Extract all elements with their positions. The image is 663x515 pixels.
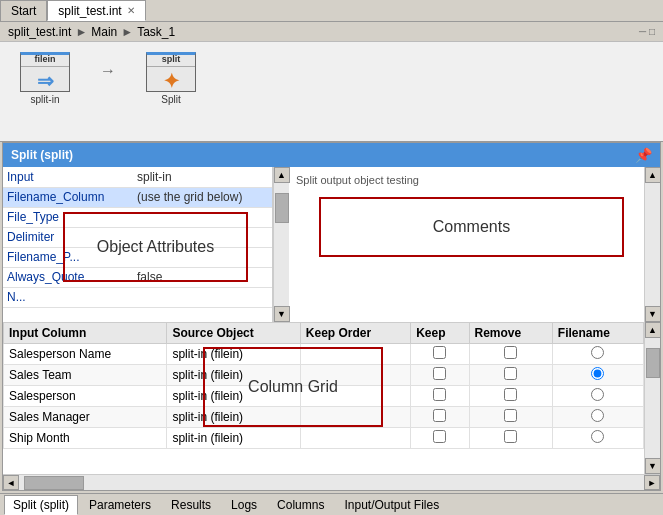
scroll-track[interactable] [274,183,289,306]
comments-scrollbar[interactable]: ▲ ▼ [644,167,660,322]
bottom-tab-parameters-label: Parameters [89,498,151,512]
comments-scroll-up-btn[interactable]: ▲ [645,167,661,183]
grid-cell-filename-0[interactable] [552,344,643,365]
breadcrumb: split_test.int ► Main ► Task_1 ─ □ [0,22,663,42]
grid-cell-keeporder-4[interactable] [300,428,410,449]
node-split-box[interactable]: split ✦ [146,52,196,92]
filename-radio-3[interactable] [591,409,604,422]
col-header-source: Source Object [167,323,300,344]
grid-scrollbar[interactable]: ▲ ▼ [644,322,660,474]
grid-scroll-track[interactable] [645,338,660,458]
keep-checkbox-0[interactable] [433,346,446,359]
filename-radio-1[interactable] [591,367,604,380]
bottom-tab-io-files[interactable]: Input/Output Files [335,495,448,515]
h-scroll-track[interactable] [19,475,644,490]
breadcrumb-part-1: split_test.int [8,25,71,39]
panel-header: Split (split) 📌 [3,143,660,167]
prop-row-filename-column[interactable]: Filename_Column (use the grid below) [3,187,272,207]
grid-cell-filename-2[interactable] [552,386,643,407]
canvas-area: filein ⇒ split-in → split ✦ Split [0,42,663,142]
h-scroll-left-btn[interactable]: ◄ [3,475,19,490]
grid-scroll-thumb[interactable] [646,348,660,378]
column-grid-label: Column Grid [248,378,338,396]
comments-scroll-track[interactable] [645,183,660,306]
remove-checkbox-2[interactable] [504,388,517,401]
breadcrumb-sep-1: ► [75,25,87,39]
remove-checkbox-4[interactable] [504,430,517,443]
tab-start-label: Start [11,4,36,18]
grid-cell-input-2: Salesperson [4,386,167,407]
grid-scroll-wrapper: Input Column Source Object Keep Order Ke… [3,322,644,474]
bottom-tab-results[interactable]: Results [162,495,220,515]
filename-radio-0[interactable] [591,346,604,359]
props-scroll-area: Input split-in Filename_Column (use the … [3,167,272,322]
h-scroll-right-btn[interactable]: ► [644,475,660,490]
grid-scroll-down-btn[interactable]: ▼ [645,458,661,474]
scroll-down-btn[interactable]: ▼ [274,306,290,322]
tab-split-test-label: split_test.int [58,4,121,18]
col-header-keep: Keep [411,323,469,344]
grid-cell-filename-4[interactable] [552,428,643,449]
keep-checkbox-3[interactable] [433,409,446,422]
close-icon[interactable]: ✕ [127,5,135,16]
tab-start[interactable]: Start [0,0,47,21]
bottom-tab-parameters[interactable]: Parameters [80,495,160,515]
object-attributes-box: Object Attributes [63,212,248,282]
tab-bar: Start split_test.int ✕ [0,0,663,22]
filename-radio-2[interactable] [591,388,604,401]
node-split[interactable]: split ✦ Split [146,52,196,105]
h-scroll-thumb[interactable] [24,476,84,490]
grid-cell-keep-2[interactable] [411,386,469,407]
tab-split-test[interactable]: split_test.int ✕ [47,0,145,21]
remove-checkbox-3[interactable] [504,409,517,422]
grid-row-4[interactable]: Ship Month split-in (filein) [4,428,644,449]
grid-cell-remove-3[interactable] [469,407,552,428]
keep-checkbox-2[interactable] [433,388,446,401]
main-panel: Split (split) 📌 Input split-in Filena [2,142,661,491]
grid-cell-keep-1[interactable] [411,365,469,386]
grid-cell-remove-1[interactable] [469,365,552,386]
bottom-tab-split-split[interactable]: Split (split) [4,495,78,515]
prop-name-input: Input [3,167,133,187]
node-filein-box[interactable]: filein ⇒ [20,52,70,92]
col-header-filename: Filename [552,323,643,344]
remove-checkbox-0[interactable] [504,346,517,359]
comments-title: Split output object testing [294,172,639,188]
col-header-remove: Remove [469,323,552,344]
grid-cell-keep-0[interactable] [411,344,469,365]
grid-cell-remove-4[interactable] [469,428,552,449]
keep-checkbox-4[interactable] [433,430,446,443]
minimize-icon[interactable]: ─ □ [639,26,655,37]
grid-section: Input Column Source Object Keep Order Ke… [3,322,660,474]
prop-value-filename-column: (use the grid below) [133,187,272,207]
grid-cell-keep-4[interactable] [411,428,469,449]
remove-checkbox-1[interactable] [504,367,517,380]
grid-cell-remove-2[interactable] [469,386,552,407]
prop-row-input[interactable]: Input split-in [3,167,272,187]
comments-label: Comments [433,218,510,236]
bottom-tab-columns[interactable]: Columns [268,495,333,515]
split-content-area: Input split-in Filename_Column (use the … [3,167,660,322]
bottom-tab-logs[interactable]: Logs [222,495,266,515]
bottom-tab-io-files-label: Input/Output Files [344,498,439,512]
filename-radio-4[interactable] [591,430,604,443]
grid-cell-remove-0[interactable] [469,344,552,365]
comments-scroll-down-btn[interactable]: ▼ [645,306,661,322]
node-filein-header: filein [21,54,69,67]
prop-name-n: N... [3,287,133,307]
grid-cell-filename-3[interactable] [552,407,643,428]
scroll-thumb[interactable] [275,193,289,223]
scroll-up-btn[interactable]: ▲ [274,167,290,183]
props-scrollbar[interactable]: ▲ ▼ [273,167,289,322]
grid-cell-filename-1[interactable] [552,365,643,386]
grid-cell-keep-3[interactable] [411,407,469,428]
node-filein[interactable]: filein ⇒ split-in [20,52,70,105]
grid-cell-input-0: Salesperson Name [4,344,167,365]
h-scrollbar[interactable]: ◄ ► [3,474,660,490]
grid-header-row: Input Column Source Object Keep Order Ke… [4,323,644,344]
grid-scroll-up-btn[interactable]: ▲ [645,322,661,338]
keep-checkbox-1[interactable] [433,367,446,380]
prop-value-n [133,287,272,307]
pin-icon[interactable]: 📌 [635,147,652,163]
prop-row-n[interactable]: N... [3,287,272,307]
